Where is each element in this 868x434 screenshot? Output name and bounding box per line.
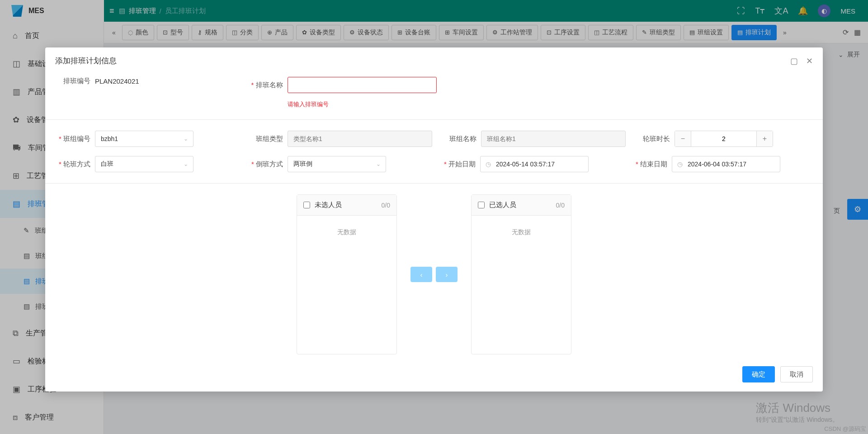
form-row-3: 轮班方式 ⌄ 倒班方式 ⌄ 开始日期 ◷ xyxy=(55,156,813,172)
shift-hours-label: 轮班时长 xyxy=(635,135,670,143)
field-start-date: 开始日期 ◷ xyxy=(440,156,589,172)
transfer-left-body: 无数据 xyxy=(297,216,396,354)
watermark-line1: 激活 Windows xyxy=(756,400,839,416)
field-team-type: 班组类型 xyxy=(248,131,432,147)
team-name-label: 班组名称 xyxy=(441,135,476,143)
transfer-left-head: 未选人员 0/0 xyxy=(297,195,396,216)
csdn-watermark: CSDN @源码宝 xyxy=(824,425,866,433)
transfer-right: 已选人员 0/0 无数据 xyxy=(471,194,571,354)
team-no-select[interactable] xyxy=(95,131,193,147)
form-row-1: 排班编号 PLAN2024021 排班名称 请输入排班编号 xyxy=(55,77,813,108)
shift-method-select[interactable] xyxy=(95,156,193,172)
end-date-input[interactable] xyxy=(672,156,780,172)
team-type-input xyxy=(288,131,432,147)
dialog-body: 排班编号 PLAN2024021 排班名称 请输入排班编号 班组编号 xyxy=(45,74,823,392)
plan-no-value: PLAN2024021 xyxy=(95,77,139,85)
dialog-title: 添加排班计划信息 xyxy=(55,56,117,66)
plus-icon[interactable]: + xyxy=(756,131,773,146)
field-shift-hours: 轮班时长 − 2 + xyxy=(635,131,773,147)
form-row-2: 班组编号 ⌄ 班组类型 班组名称 轮班时长 − xyxy=(55,131,813,147)
rotation-label: 倒班方式 xyxy=(248,160,283,169)
start-date-label: 开始日期 xyxy=(440,160,476,169)
plan-name-input[interactable] xyxy=(288,77,437,93)
modal-overlay: 添加排班计划信息 ▢ ✕ 排班编号 PLAN2024021 排班名称 请输入排班… xyxy=(0,0,868,434)
plan-name-error: 请输入排班编号 xyxy=(288,100,329,108)
team-no-label: 班组编号 xyxy=(55,135,90,143)
transfer: 未选人员 0/0 无数据 ‹ › 已选人员 0/0 无数据 xyxy=(55,194,813,354)
field-shift-method: 轮班方式 ⌄ xyxy=(55,156,193,172)
dialog-actions: ▢ ✕ xyxy=(790,56,813,66)
field-plan-name: 排班名称 请输入排班编号 xyxy=(248,77,437,108)
dialog-header: 添加排班计划信息 ▢ ✕ xyxy=(45,47,823,74)
transfer-left-title: 未选人员 xyxy=(315,201,342,209)
transfer-right-checkall[interactable] xyxy=(478,202,485,208)
maximize-icon[interactable]: ▢ xyxy=(790,56,798,66)
transfer-right-button[interactable]: › xyxy=(436,267,458,282)
team-type-label: 班组类型 xyxy=(248,135,283,143)
dialog-footer: 确定 取消 xyxy=(55,354,813,382)
field-rotation: 倒班方式 ⌄ xyxy=(248,156,386,172)
dialog: 添加排班计划信息 ▢ ✕ 排班编号 PLAN2024021 排班名称 请输入排班… xyxy=(45,47,823,392)
divider-1 xyxy=(45,119,823,120)
transfer-left-button[interactable]: ‹ xyxy=(410,267,432,282)
field-team-no: 班组编号 ⌄ xyxy=(55,131,193,147)
team-name-input xyxy=(481,131,626,147)
transfer-controls: ‹ › xyxy=(410,267,458,282)
watermark: 激活 Windows 转到"设置"以激活 Windows。 xyxy=(756,400,839,424)
plan-no-label: 排班编号 xyxy=(55,77,90,85)
transfer-left-checkall[interactable] xyxy=(303,202,310,208)
divider-2 xyxy=(45,183,823,184)
field-end-date: 结束日期 ◷ xyxy=(632,156,780,172)
cancel-button[interactable]: 取消 xyxy=(780,366,813,382)
shift-hours-stepper[interactable]: − 2 + xyxy=(675,131,773,147)
transfer-right-body: 无数据 xyxy=(472,216,571,354)
plan-name-label: 排班名称 xyxy=(248,81,283,90)
transfer-right-title: 已选人员 xyxy=(489,201,516,209)
field-team-name: 班组名称 xyxy=(441,131,626,147)
transfer-left-count: 0/0 xyxy=(382,202,390,209)
close-icon[interactable]: ✕ xyxy=(806,56,813,66)
start-date-input[interactable] xyxy=(480,156,589,172)
shift-method-label: 轮班方式 xyxy=(55,160,90,169)
field-plan-no: 排班编号 PLAN2024021 xyxy=(55,77,139,85)
transfer-left: 未选人员 0/0 无数据 xyxy=(297,194,397,354)
ok-button[interactable]: 确定 xyxy=(742,366,775,382)
shift-hours-value: 2 xyxy=(691,135,756,142)
watermark-line2: 转到"设置"以激活 Windows。 xyxy=(756,416,839,424)
minus-icon[interactable]: − xyxy=(675,131,691,146)
end-date-label: 结束日期 xyxy=(632,160,667,169)
transfer-right-head: 已选人员 0/0 xyxy=(472,195,571,216)
transfer-right-count: 0/0 xyxy=(556,202,565,209)
rotation-select[interactable] xyxy=(288,156,386,172)
